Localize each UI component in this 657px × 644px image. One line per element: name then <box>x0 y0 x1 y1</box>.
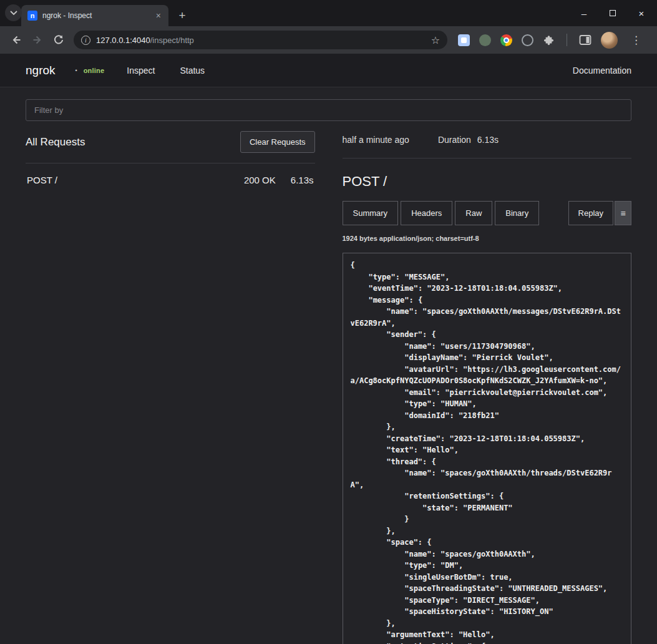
url-path: /inspect/http <box>150 36 194 45</box>
request-duration: 6.13s <box>291 175 314 185</box>
maximize-icon <box>610 10 616 16</box>
side-panel-icon <box>579 34 591 46</box>
browser-tab-ngrok[interactable]: n ngrok - Inspect × <box>21 5 168 26</box>
chrome-logo-icon[interactable] <box>500 34 512 46</box>
window-close-button[interactable]: × <box>627 0 656 26</box>
request-row[interactable]: POST / 200 OK 6.13s <box>26 163 315 197</box>
content-meta: 1924 bytes application/json; charset=utf… <box>343 235 632 242</box>
window-maximize-button[interactable] <box>598 0 627 26</box>
extensions-puzzle-button[interactable] <box>543 34 555 46</box>
detail-title: POST / <box>343 173 632 190</box>
duration-label: Duration <box>438 135 471 145</box>
new-tab-button[interactable]: + <box>173 7 191 24</box>
tab-close-icon[interactable]: × <box>153 9 163 22</box>
address-bar[interactable]: i 127.0.0.1:4040/inspect/http ☆ <box>74 31 447 49</box>
tab-title: ngrok - Inspect <box>42 11 148 20</box>
browser-toolbar: i 127.0.0.1:4040/inspect/http ☆ ⋮ <box>0 26 657 54</box>
main-content: All Requests Clear Requests POST / 200 O… <box>0 87 657 644</box>
nav-item-inspect[interactable]: Inspect <box>127 66 155 76</box>
window-minimize-button[interactable]: – <box>570 0 598 26</box>
filter-input[interactable] <box>26 99 631 121</box>
window-controls: – × <box>570 0 656 26</box>
back-button[interactable] <box>6 30 26 50</box>
status-online-label: online <box>84 67 105 74</box>
browser-tabstrip: n ngrok - Inspect × + – × <box>0 0 657 26</box>
tab-summary[interactable]: Summary <box>343 201 399 225</box>
url-host: 127.0.0.1:4040 <box>96 36 150 45</box>
nav-item-status[interactable]: Status <box>180 66 205 76</box>
detail-tabs: Summary Headers Raw Binary Replay ≡ <box>343 201 632 225</box>
forward-arrow-icon <box>31 34 44 46</box>
extension-gray-icon[interactable] <box>522 34 533 46</box>
page-info-icon[interactable]: i <box>81 36 90 45</box>
reload-button[interactable] <box>49 30 69 50</box>
status-indicator: • online <box>75 67 105 74</box>
chevron-down-icon <box>10 11 17 16</box>
status-dot-icon: • <box>75 67 77 74</box>
reload-icon <box>53 34 64 46</box>
extension-icons: ⋮ <box>452 32 651 49</box>
browser-menu-button[interactable]: ⋮ <box>627 34 645 47</box>
replay-options-button[interactable]: ≡ <box>615 201 631 225</box>
forward-button[interactable] <box>27 30 47 50</box>
nav-item-documentation[interactable]: Documentation <box>573 66 631 76</box>
requests-title: All Requests <box>26 136 85 149</box>
request-body: { "type": "MESSAGE", "eventTime": "2023-… <box>351 260 624 644</box>
duration-value: 6.13s <box>477 135 499 145</box>
side-panel-button[interactable] <box>579 34 591 46</box>
extension-blue-icon[interactable] <box>458 34 470 46</box>
puzzle-icon <box>543 34 555 46</box>
back-arrow-icon <box>10 34 22 46</box>
detail-panel: half a minute ago Duration 6.13s POST / … <box>343 126 632 644</box>
requests-panel: All Requests Clear Requests POST / 200 O… <box>26 126 315 644</box>
tab-raw[interactable]: Raw <box>455 201 492 225</box>
clear-requests-button[interactable]: Clear Requests <box>240 131 315 153</box>
toolbar-divider <box>567 34 567 46</box>
ngrok-favicon: n <box>27 11 37 21</box>
extension-green-icon[interactable] <box>479 34 491 46</box>
bookmark-star-icon[interactable]: ☆ <box>431 34 440 46</box>
tab-headers[interactable]: Headers <box>401 201 452 225</box>
tab-search-button[interactable] <box>5 4 22 21</box>
replay-button[interactable]: Replay <box>568 201 613 225</box>
ngrok-nav: ngrok • online Inspect Status Documentat… <box>0 54 657 87</box>
ngrok-logo[interactable]: ngrok <box>26 64 56 77</box>
request-time-ago: half a minute ago <box>343 135 409 145</box>
request-method-path: POST / <box>27 175 57 185</box>
profile-avatar[interactable] <box>601 32 618 49</box>
request-body-box: { "type": "MESSAGE", "eventTime": "2023-… <box>343 253 632 644</box>
url-text: 127.0.0.1:4040/inspect/http <box>96 36 426 45</box>
request-status: 200 OK <box>244 175 276 185</box>
tab-binary[interactable]: Binary <box>495 201 539 225</box>
